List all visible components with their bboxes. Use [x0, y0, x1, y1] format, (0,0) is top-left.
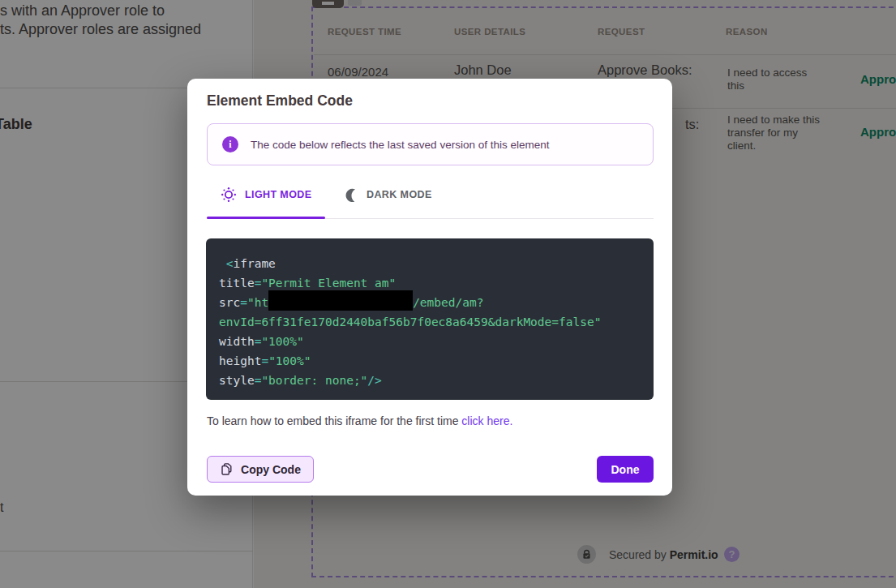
active-tab-underline — [207, 217, 325, 219]
tab-light-mode-label: LIGHT MODE — [245, 189, 311, 200]
done-button[interactable]: Done — [597, 456, 654, 483]
info-icon: i — [222, 136, 238, 152]
embed-note: To learn how to embed this iframe for th… — [207, 414, 512, 427]
sun-icon — [221, 187, 237, 203]
info-banner: i The code below reflects the last saved… — [207, 123, 654, 165]
tab-dark-mode[interactable]: DARK MODE — [343, 187, 432, 202]
copy-icon — [220, 462, 234, 476]
embed-note-text: To learn how to embed this iframe for th… — [207, 414, 461, 427]
element-embed-code-modal: Element Embed Code i The code below refl… — [187, 79, 672, 496]
click-here-link[interactable]: click here. — [461, 414, 512, 427]
copy-code-label: Copy Code — [241, 463, 301, 476]
copy-code-button[interactable]: Copy Code — [207, 456, 314, 483]
modal-title: Element Embed Code — [207, 92, 353, 109]
info-icon-glyph: i — [229, 139, 231, 151]
tab-light-mode[interactable]: LIGHT MODE — [221, 187, 311, 203]
redacted-url-box — [268, 290, 413, 311]
code-block[interactable]: <iframetitle="Permit Element am"src="ht/… — [206, 238, 654, 400]
tab-dark-mode-label: DARK MODE — [367, 189, 432, 200]
moon-icon — [343, 187, 358, 202]
info-banner-text: The code below reflects the last saved v… — [251, 139, 549, 151]
